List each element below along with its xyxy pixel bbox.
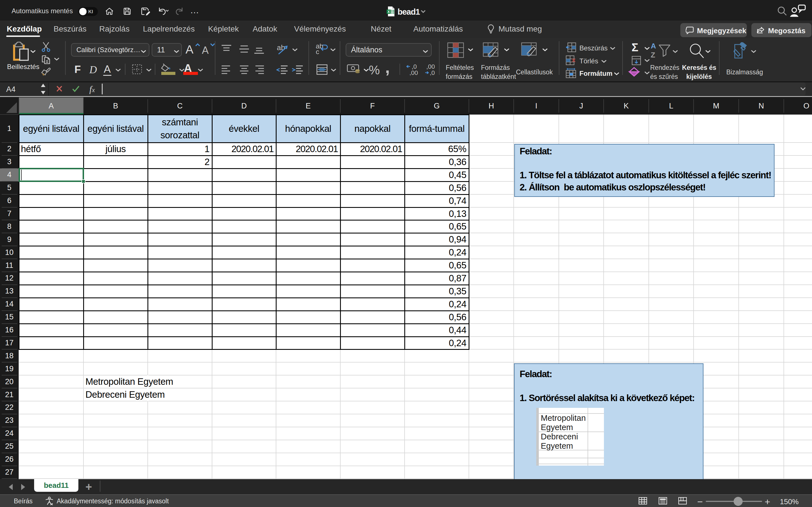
- svg-text:ab: ab: [277, 43, 285, 52]
- svg-text:,00: ,00: [409, 69, 418, 75]
- svg-text:c: c: [316, 48, 319, 55]
- svg-text:X: X: [388, 10, 390, 14]
- svg-text:,0: ,0: [430, 69, 435, 75]
